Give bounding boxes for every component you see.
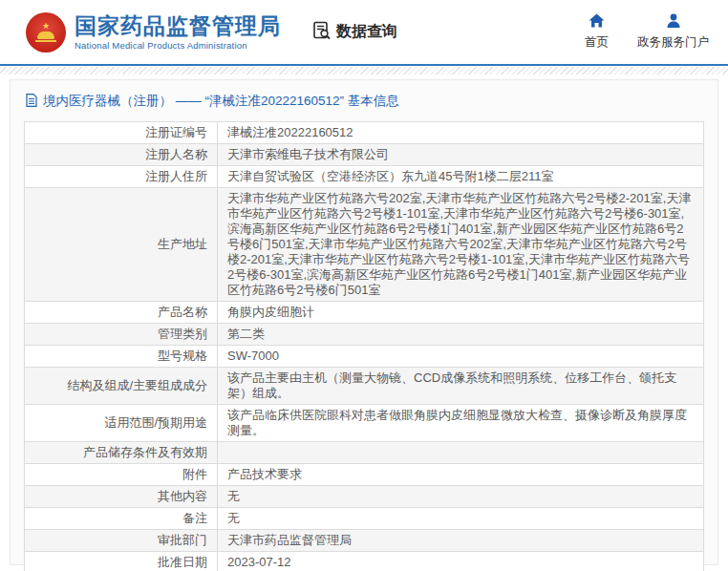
table-row: 批准日期 2023-07-12 bbox=[25, 552, 704, 571]
row-value: 该产品主要由主机（测量大物镜、CCD成像系统和照明系统、位移工作台、颌托支架）组… bbox=[218, 368, 704, 405]
national-emblem-icon: ★ bbox=[26, 12, 66, 53]
info-table-body: 注册证编号 津械注准20222160512 注册人名称 天津市索维电子技术有限公… bbox=[25, 122, 704, 571]
row-value: 天津市药品监督管理局 bbox=[218, 530, 704, 552]
row-value: 第二类 bbox=[218, 324, 704, 346]
row-label: 注册证编号 bbox=[25, 122, 218, 144]
data-query-tab[interactable]: 数据查询 bbox=[311, 20, 397, 45]
table-row: 管理类别 第二类 bbox=[25, 324, 704, 346]
table-row: 结构及组成/主要组成成分 该产品主要由主机（测量大物镜、CCD成像系统和照明系统… bbox=[25, 368, 704, 405]
nav-portal-label: 政务服务门户 bbox=[637, 34, 709, 51]
agency-title-block: 国家药品监督管理局 National Medical Products Admi… bbox=[75, 14, 281, 51]
row-label: 附件 bbox=[25, 464, 218, 486]
table-row: 其他内容 无 bbox=[25, 486, 704, 508]
row-label: 其他内容 bbox=[25, 486, 218, 508]
row-value: SW-7000 bbox=[218, 346, 704, 368]
home-icon bbox=[589, 13, 605, 32]
agency-name: 国家药品监督管理局 bbox=[75, 14, 281, 38]
row-label: 生产地址 bbox=[25, 188, 218, 302]
content-panel: 境内医疗器械（注册） —— “津械注准20222160512” 基本信息 注册证… bbox=[10, 79, 718, 565]
row-label: 产品名称 bbox=[25, 302, 218, 324]
table-row: 注册人住所 天津自贸试验区（空港经济区）东九道45号附1楼二层211室 bbox=[25, 166, 704, 188]
row-value: 天津市索维电子技术有限公司 bbox=[218, 144, 704, 166]
row-value: 无 bbox=[218, 508, 704, 530]
emblem-gate bbox=[37, 32, 54, 39]
nav-portal[interactable]: 政务服务门户 bbox=[637, 13, 709, 51]
row-value bbox=[218, 442, 704, 464]
row-label: 产品储存条件及有效期 bbox=[25, 442, 218, 464]
agency-logo[interactable]: ★ 国家药品监督管理局 National Medical Products Ad… bbox=[26, 12, 281, 53]
row-label: 备注 bbox=[25, 508, 218, 530]
table-row: 产品名称 角膜内皮细胞计 bbox=[25, 302, 704, 324]
header-nav: 首页 政务服务门户 bbox=[585, 13, 709, 51]
table-row: 型号规格 SW-7000 bbox=[25, 346, 704, 368]
user-icon bbox=[666, 13, 681, 32]
table-row: 生产地址 天津市华苑产业区竹苑路六号202室,天津市华苑产业区竹苑路六号2号楼2… bbox=[25, 188, 704, 302]
row-label: 注册人名称 bbox=[25, 144, 218, 166]
row-label: 审批部门 bbox=[25, 530, 218, 552]
row-value: 产品技术要求 bbox=[218, 464, 704, 486]
row-value: 该产品临床供医院眼科对患者做眼角膜内皮细胞显微放大检查、摄像诊断及角膜厚度测量。 bbox=[218, 405, 704, 442]
row-label: 结构及组成/主要组成成分 bbox=[25, 368, 218, 405]
row-value: 天津自贸试验区（空港经济区）东九道45号附1楼二层211室 bbox=[218, 166, 704, 188]
row-label: 适用范围/预期用途 bbox=[25, 405, 218, 442]
row-value: 津械注准20222160512 bbox=[218, 122, 704, 144]
row-label: 批准日期 bbox=[25, 552, 218, 571]
breadcrumb: 境内医疗器械（注册） —— “津械注准20222160512” 基本信息 bbox=[24, 88, 704, 121]
data-query-label: 数据查询 bbox=[336, 22, 397, 42]
emblem-base bbox=[35, 40, 56, 42]
row-value: 无 bbox=[218, 486, 704, 508]
table-row: 附件 产品技术要求 bbox=[25, 464, 704, 486]
agency-name-en: National Medical Products Administration bbox=[75, 40, 281, 51]
table-row: 适用范围/预期用途 该产品临床供医院眼科对患者做眼角膜内皮细胞显微放大检查、摄像… bbox=[25, 405, 704, 442]
row-label: 管理类别 bbox=[25, 324, 218, 346]
document-search-icon bbox=[311, 20, 332, 45]
page-title: 境内医疗器械（注册） —— “津械注准20222160512” 基本信息 bbox=[43, 93, 399, 110]
table-row: 产品储存条件及有效期 bbox=[25, 442, 704, 464]
nav-home[interactable]: 首页 bbox=[585, 13, 609, 51]
row-value: 2023-07-12 bbox=[218, 552, 704, 571]
row-label: 型号规格 bbox=[25, 346, 218, 368]
document-icon bbox=[26, 94, 37, 110]
row-label: 注册人住所 bbox=[25, 166, 218, 188]
table-row: 注册人名称 天津市索维电子技术有限公司 bbox=[25, 144, 704, 166]
emblem-star: ★ bbox=[42, 22, 50, 31]
site-header: ★ 国家药品监督管理局 National Medical Products Ad… bbox=[0, 0, 728, 66]
table-row: 注册证编号 津械注准20222160512 bbox=[25, 122, 704, 144]
registration-info-table: 注册证编号 津械注准20222160512 注册人名称 天津市索维电子技术有限公… bbox=[24, 121, 704, 571]
row-value: 角膜内皮细胞计 bbox=[218, 302, 704, 324]
header-hatch-divider bbox=[0, 67, 728, 74]
table-row: 备注 无 bbox=[25, 508, 704, 530]
row-value: 天津市华苑产业区竹苑路六号202室,天津市华苑产业区竹苑路六号2号楼2-201室… bbox=[218, 188, 704, 302]
nav-home-label: 首页 bbox=[585, 34, 609, 51]
table-row: 审批部门 天津市药品监督管理局 bbox=[25, 530, 704, 552]
